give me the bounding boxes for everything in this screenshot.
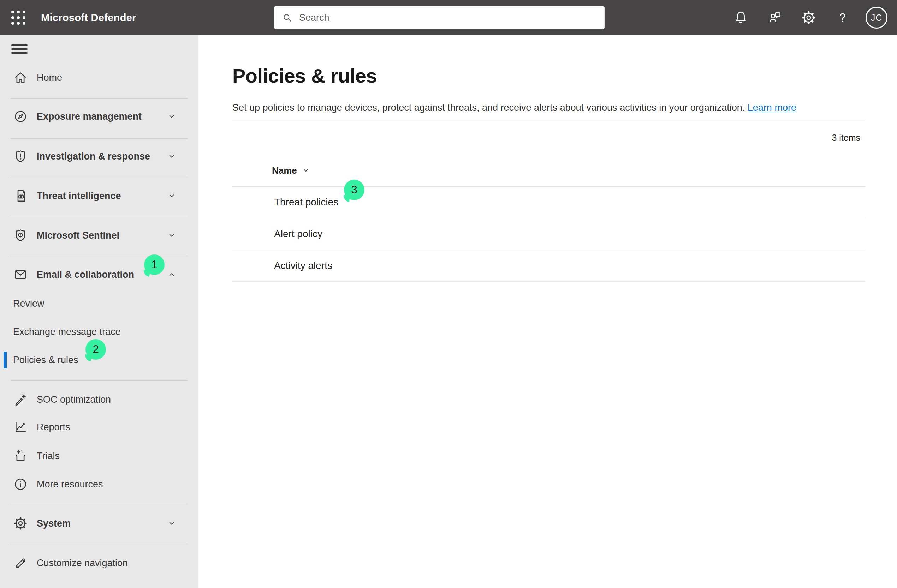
chevron-down-icon — [164, 190, 179, 202]
avatar: JC — [866, 7, 888, 29]
items-count: 3 items — [832, 132, 860, 143]
collapse-nav-button[interactable] — [11, 44, 28, 53]
sidebar-item-more-resources[interactable]: More resources — [0, 470, 199, 498]
chevron-up-icon — [164, 269, 179, 281]
divider — [11, 505, 188, 505]
left-navigation: Home Exposure management Investigation &… — [0, 35, 199, 588]
account-button[interactable]: JC — [860, 0, 894, 35]
page-title: Policies & rules — [233, 64, 377, 87]
pencil-icon — [13, 556, 28, 570]
sentinel-shield-icon — [13, 228, 28, 243]
search-icon — [282, 12, 293, 23]
help-button[interactable] — [826, 0, 860, 35]
annotation-badge-2: 2 — [86, 339, 106, 360]
gear-icon — [13, 516, 28, 531]
sidebar-item-home[interactable]: Home — [0, 64, 199, 92]
compass-icon — [13, 109, 28, 124]
divider — [11, 177, 188, 178]
app-launcher-button[interactable] — [3, 0, 34, 35]
trial-box-sparkle-icon — [13, 449, 28, 463]
person-feedback-icon — [767, 10, 782, 25]
learn-more-link[interactable]: Learn more — [748, 102, 796, 113]
intel-document-icon — [13, 188, 28, 203]
global-search[interactable] — [274, 6, 605, 29]
divider — [11, 380, 188, 381]
settings-button[interactable] — [792, 0, 826, 35]
page-description: Set up policies to manage devices, prote… — [233, 102, 796, 114]
shield-alert-icon — [13, 149, 28, 164]
feedback-button[interactable] — [758, 0, 792, 35]
sidebar-item-investigation-response[interactable]: Investigation & response — [0, 142, 199, 171]
sidebar-item-reports[interactable]: Reports — [0, 413, 199, 441]
chevron-down-icon — [164, 518, 179, 529]
sidebar-item-email-collaboration[interactable]: Email & collaboration — [0, 260, 199, 289]
envelope-icon — [13, 267, 28, 282]
question-mark-icon — [835, 10, 850, 25]
sidebar-item-microsoft-sentinel[interactable]: Microsoft Sentinel — [0, 221, 199, 249]
sidebar-item-customize-navigation[interactable]: Customize navigation — [0, 549, 199, 577]
sidebar-item-system[interactable]: System — [0, 509, 199, 538]
sidebar-item-review[interactable]: Review — [0, 289, 199, 318]
notifications-button[interactable] — [724, 0, 758, 35]
app-launcher-icon — [11, 11, 25, 25]
annotation-badge-3: 3 — [344, 180, 364, 200]
search-input[interactable] — [299, 12, 597, 23]
sidebar-item-exposure-management[interactable]: Exposure management — [0, 102, 199, 131]
table-row-alert-policy[interactable]: Alert policy — [232, 218, 865, 250]
main-content: Policies & rules Set up policies to mana… — [199, 35, 897, 588]
divider — [11, 98, 188, 99]
bell-icon — [733, 10, 749, 25]
chevron-down-icon — [164, 110, 179, 122]
sidebar-item-threat-intelligence[interactable]: Threat intelligence — [0, 182, 199, 210]
home-icon — [13, 70, 28, 85]
column-header-name[interactable]: Name — [272, 165, 311, 176]
divider — [11, 217, 188, 217]
divider — [11, 138, 188, 139]
chevron-down-icon — [164, 229, 179, 241]
divider — [11, 545, 188, 545]
divider — [232, 120, 865, 120]
gear-icon — [801, 10, 816, 25]
table-row-activity-alerts[interactable]: Activity alerts — [232, 250, 865, 282]
sort-chevron-icon — [300, 165, 311, 176]
top-actions: JC — [724, 0, 894, 35]
line-chart-icon — [13, 420, 28, 434]
app-title: Microsoft Defender — [41, 0, 136, 35]
sidebar-item-trials[interactable]: Trials — [0, 442, 199, 470]
magic-wand-icon — [13, 392, 28, 407]
info-circle-icon — [13, 477, 28, 492]
sidebar-item-soc-optimization[interactable]: SOC optimization — [0, 385, 199, 414]
top-app-bar: Microsoft Defender JC — [0, 0, 897, 35]
policy-table: Threat policies Alert policy Activity al… — [232, 186, 865, 282]
annotation-badge-1: 1 — [144, 255, 165, 275]
chevron-down-icon — [164, 150, 179, 162]
table-row-threat-policies[interactable]: Threat policies — [232, 186, 865, 218]
